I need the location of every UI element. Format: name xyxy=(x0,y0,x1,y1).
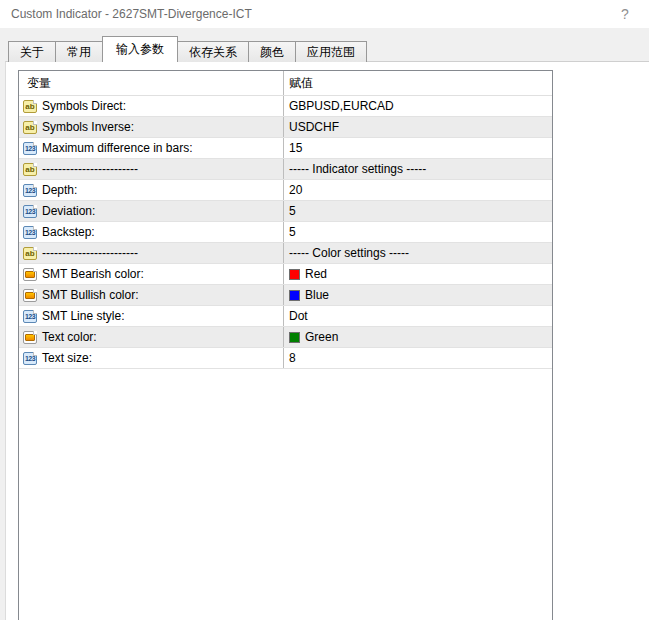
param-label: ------------------------ xyxy=(42,246,138,260)
param-label: SMT Bullish color: xyxy=(42,288,138,302)
param-label: Text size: xyxy=(42,351,92,365)
param-variable-cell: 123Backstep: xyxy=(19,222,283,242)
param-label: SMT Line style: xyxy=(42,309,124,323)
text-parameter-icon: ab xyxy=(23,163,37,176)
param-row-text-color: Text color:Green xyxy=(19,327,552,348)
param-label: Backstep: xyxy=(42,225,95,239)
column-header-variable: 变量 xyxy=(19,71,283,95)
param-row-separator-indicator-settings: ab----------------------------- Indicato… xyxy=(19,159,552,180)
tab-colors[interactable]: 颜色 xyxy=(248,41,296,62)
color-parameter-icon xyxy=(23,268,37,281)
param-value: ----- Color settings ----- xyxy=(289,246,409,260)
param-label: Symbols Direct: xyxy=(42,99,126,113)
param-value: Green xyxy=(305,330,338,344)
param-value: 8 xyxy=(289,351,296,365)
param-value: 20 xyxy=(289,183,302,197)
number-parameter-icon: 123 xyxy=(23,352,37,365)
param-variable-cell: 123Maximum difference in bars: xyxy=(19,138,283,158)
param-value-cell[interactable]: 15 xyxy=(283,138,552,158)
param-row-symbols-inverse: abSymbols Inverse:USDCHF xyxy=(19,117,552,138)
param-value-cell[interactable]: ----- Color settings ----- xyxy=(283,243,552,263)
param-value: 15 xyxy=(289,141,302,155)
title-bar: Custom Indicator - 2627SMT-Divergence-IC… xyxy=(0,0,649,28)
param-value-cell[interactable]: Dot xyxy=(283,306,552,326)
param-value: 5 xyxy=(289,204,296,218)
param-value: ----- Indicator settings ----- xyxy=(289,162,426,176)
table-body: abSymbols Direct:GBPUSD,EURCADabSymbols … xyxy=(19,96,552,369)
text-parameter-icon: ab xyxy=(23,100,37,113)
param-row-depth: 123Depth:20 xyxy=(19,180,552,201)
param-value-cell[interactable]: 5 xyxy=(283,222,552,242)
param-value-cell[interactable]: USDCHF xyxy=(283,117,552,137)
tab-inputs[interactable]: 输入参数 xyxy=(102,36,178,62)
param-variable-cell: abSymbols Inverse: xyxy=(19,117,283,137)
text-parameter-icon: ab xyxy=(23,121,37,134)
param-row-text-size: 123Text size:8 xyxy=(19,348,552,369)
param-variable-cell: 123Text size: xyxy=(19,348,283,368)
param-row-maximum-difference-in-bars: 123Maximum difference in bars:15 xyxy=(19,138,552,159)
param-row-smt-bullish-color: SMT Bullish color:Blue xyxy=(19,285,552,306)
color-swatch xyxy=(289,332,300,343)
param-variable-cell: ab------------------------ xyxy=(19,159,283,179)
number-parameter-icon: 123 xyxy=(23,310,37,323)
number-parameter-icon: 123 xyxy=(23,184,37,197)
param-value-cell[interactable]: 8 xyxy=(283,348,552,368)
param-row-symbols-direct: abSymbols Direct:GBPUSD,EURCAD xyxy=(19,96,552,117)
param-label: Text color: xyxy=(42,330,97,344)
color-swatch xyxy=(289,269,300,280)
param-value-cell[interactable]: GBPUSD,EURCAD xyxy=(283,96,552,116)
param-value: Dot xyxy=(289,309,308,323)
param-label: Depth: xyxy=(42,183,77,197)
param-value-cell[interactable]: Blue xyxy=(283,285,552,305)
param-label: Symbols Inverse: xyxy=(42,120,134,134)
param-variable-cell: Text color: xyxy=(19,327,283,347)
param-value-cell[interactable]: ----- Indicator settings ----- xyxy=(283,159,552,179)
param-row-separator-color-settings: ab----------------------------- Color se… xyxy=(19,243,552,264)
param-value-cell[interactable]: 5 xyxy=(283,201,552,221)
param-row-smt-line-style: 123SMT Line style:Dot xyxy=(19,306,552,327)
param-value-cell[interactable]: 20 xyxy=(283,180,552,200)
param-label: Maximum difference in bars: xyxy=(42,141,193,155)
param-value-cell[interactable]: Green xyxy=(283,327,552,347)
param-row-backstep: 123Backstep:5 xyxy=(19,222,552,243)
tab-common[interactable]: 常用 xyxy=(55,41,103,62)
param-variable-cell: SMT Bullish color: xyxy=(19,285,283,305)
param-variable-cell: abSymbols Direct: xyxy=(19,96,283,116)
tab-bar: 关于常用输入参数依存关系颜色应用范围 xyxy=(8,36,367,62)
tab-about[interactable]: 关于 xyxy=(8,41,56,62)
text-parameter-icon: ab xyxy=(23,247,37,260)
number-parameter-icon: 123 xyxy=(23,205,37,218)
param-row-deviation: 123Deviation:5 xyxy=(19,201,552,222)
parameters-table: 变量 赋值 abSymbols Direct:GBPUSD,EURCADabSy… xyxy=(18,70,553,620)
param-value: 5 xyxy=(289,225,296,239)
param-variable-cell: SMT Bearish color: xyxy=(19,264,283,284)
number-parameter-icon: 123 xyxy=(23,142,37,155)
param-value: GBPUSD,EURCAD xyxy=(289,99,394,113)
number-parameter-icon: 123 xyxy=(23,226,37,239)
param-variable-cell: 123Depth: xyxy=(19,180,283,200)
param-value-cell[interactable]: Red xyxy=(283,264,552,284)
param-value: USDCHF xyxy=(289,120,339,134)
table-header-row: 变量 赋值 xyxy=(19,71,552,96)
window-title: Custom Indicator - 2627SMT-Divergence-IC… xyxy=(11,7,252,21)
color-swatch xyxy=(289,290,300,301)
param-label: ------------------------ xyxy=(42,162,138,176)
param-variable-cell: 123Deviation: xyxy=(19,201,283,221)
param-label: SMT Bearish color: xyxy=(42,267,144,281)
param-variable-cell: 123SMT Line style: xyxy=(19,306,283,326)
param-variable-cell: ab------------------------ xyxy=(19,243,283,263)
param-value: Blue xyxy=(305,288,329,302)
param-label: Deviation: xyxy=(42,204,95,218)
color-parameter-icon xyxy=(23,289,37,302)
param-value: Red xyxy=(305,267,327,281)
help-button[interactable]: ? xyxy=(617,5,633,23)
tab-visualization[interactable]: 应用范围 xyxy=(295,41,367,62)
column-header-value: 赋值 xyxy=(283,71,552,95)
color-parameter-icon xyxy=(23,331,37,344)
param-row-smt-bearish-color: SMT Bearish color:Red xyxy=(19,264,552,285)
tab-dependencies[interactable]: 依存关系 xyxy=(177,41,249,62)
